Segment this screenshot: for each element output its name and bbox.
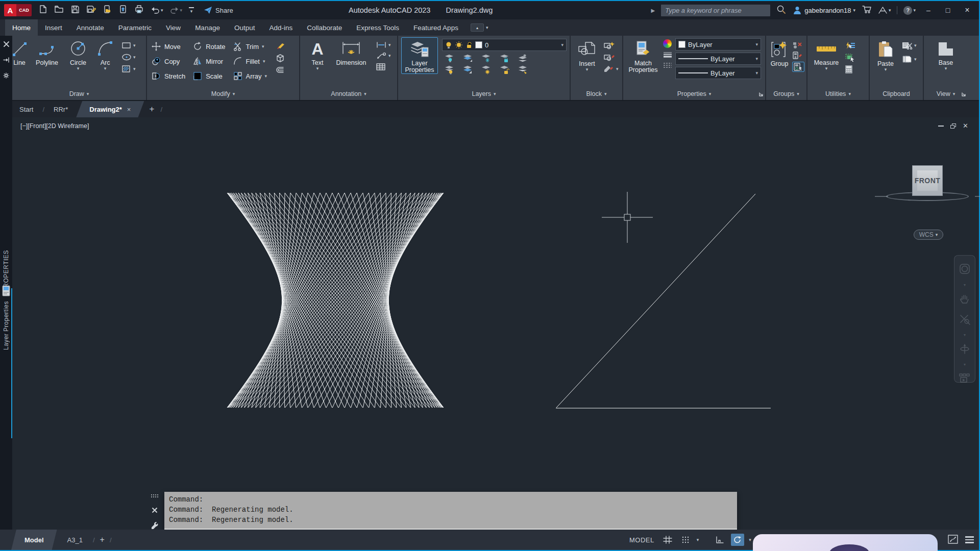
quick-select-button[interactable] (844, 41, 855, 49)
redo-button[interactable]: ▾ (170, 6, 183, 14)
leader-caret-icon[interactable]: ▾ (388, 54, 391, 58)
linetype-icon[interactable] (663, 62, 672, 69)
save-to-web-icon[interactable] (118, 5, 128, 16)
mirror-button[interactable]: Mirror (192, 55, 225, 67)
insert-caret-icon[interactable]: ▾ (586, 67, 589, 72)
arc-button[interactable]: Arc ▾ (93, 37, 117, 71)
group-edit-button[interactable] (792, 52, 804, 59)
model-tab[interactable]: Model (11, 530, 57, 550)
viewport-restore-icon[interactable] (950, 123, 956, 129)
save-as-icon[interactable] (86, 5, 96, 16)
linetype-dropdown[interactable]: ByLayer ▾ (675, 67, 761, 79)
ribbon-tab-featured-apps[interactable]: Featured Apps (406, 19, 465, 36)
copy-clip-button[interactable]: ▾ (901, 55, 917, 64)
model-space-canvas[interactable] (0, 117, 979, 530)
layer-isolate-button[interactable] (462, 54, 474, 63)
open-from-web-icon[interactable] (103, 5, 112, 16)
viewcube-front-face[interactable]: FRONT (912, 165, 943, 196)
stretch-button[interactable]: Stretch (151, 70, 185, 82)
dimension-button[interactable]: Dimension (331, 37, 372, 67)
search-expand-icon[interactable]: ▶ (651, 8, 655, 13)
window-minimize-button[interactable]: – (922, 6, 935, 14)
fullscreen-icon[interactable] (948, 535, 958, 545)
help-button[interactable]: ? ▾ (903, 6, 916, 15)
layer-properties-button[interactable]: Layer Properties (401, 37, 438, 74)
ribbon-tab-collaborate[interactable]: Collaborate (300, 19, 349, 36)
doc-tab-close-icon[interactable]: × (127, 106, 131, 113)
text-caret-icon[interactable]: ▾ (316, 66, 319, 71)
lineweight-icon[interactable] (663, 52, 672, 59)
copyclip-caret-icon[interactable]: ▾ (914, 57, 917, 62)
wcs-menu[interactable]: WCS ▾ (914, 230, 943, 240)
hatch-button[interactable]: ▾ (121, 65, 136, 73)
rotate-button[interactable]: Rotate (192, 40, 225, 53)
circle-button[interactable]: Circle ▾ (63, 37, 93, 71)
autocad-logo[interactable]: A CAD (4, 4, 32, 16)
attributes-caret-icon[interactable]: ▾ (616, 67, 619, 71)
layer-freeze-button[interactable] (481, 54, 492, 63)
copy-button[interactable]: Copy (151, 55, 185, 67)
ellipse-caret-icon[interactable]: ▾ (133, 55, 136, 60)
panel-label-modify[interactable]: Modify ▾ (147, 88, 299, 100)
share-button[interactable]: Share (204, 6, 233, 14)
edit-block-button[interactable] (603, 53, 619, 61)
circle-caret-icon[interactable]: ▾ (77, 66, 80, 71)
arc-caret-icon[interactable]: ▾ (104, 66, 107, 71)
layer-state-button[interactable] (518, 65, 529, 74)
undo-caret-icon[interactable]: ▾ (161, 8, 163, 13)
new-layout-button[interactable]: + (95, 530, 110, 550)
ribbon-tab-home[interactable]: Home (5, 19, 38, 36)
orbit-caret-icon[interactable]: ▾ (964, 364, 966, 366)
panel-label-properties[interactable]: Properties ▾ (623, 88, 765, 100)
measure-caret-icon[interactable]: ▾ (825, 66, 828, 71)
orbit-icon[interactable] (959, 343, 970, 357)
zoom-caret-icon[interactable]: ▾ (964, 334, 966, 336)
color-wheel-icon[interactable] (663, 39, 672, 48)
new-file-icon[interactable] (38, 5, 47, 16)
panel-label-clipboard[interactable]: Clipboard (870, 88, 923, 100)
ribbon-tab-parametric[interactable]: Parametric (111, 19, 159, 36)
doc-tab-rrr[interactable]: RRr* (45, 101, 76, 117)
create-block-button[interactable] (603, 41, 619, 49)
undo-button[interactable]: ▾ (151, 6, 163, 14)
ribbon-tab-addins[interactable]: Add-ins (262, 19, 300, 36)
pan-hand-icon[interactable] (959, 293, 970, 307)
panel-label-layers[interactable]: Layers ▾ (398, 88, 570, 100)
ribbon-tab-annotate[interactable]: Annotate (69, 19, 111, 36)
viewport-minimize-icon[interactable] (938, 126, 944, 127)
user-account-button[interactable]: gabebrandon18 ▾ (792, 5, 855, 15)
grid-toggle[interactable] (661, 534, 674, 546)
color-dropdown-caret-icon[interactable]: ▾ (755, 42, 758, 47)
array-button[interactable]: Array▾ (233, 70, 267, 82)
command-close-icon[interactable] (152, 506, 158, 515)
measure-button[interactable]: Measure ▾ (811, 37, 842, 71)
object-color-dropdown[interactable]: ByLayer ▾ (675, 38, 761, 51)
move-button[interactable]: Move (151, 40, 185, 53)
showmotion-icon[interactable] (959, 373, 971, 386)
ribbon-tab-express-tools[interactable]: Express Tools (349, 19, 406, 36)
viewport-controls-label[interactable]: [−][Front][2D Wireframe] (20, 122, 89, 130)
fillet-button[interactable]: Fillet▾ (233, 55, 267, 67)
panel-label-utilities[interactable]: Utilities ▾ (807, 88, 869, 100)
panel-label-draw[interactable]: Draw ▾ (12, 88, 146, 100)
hatch-caret-icon[interactable]: ▾ (133, 67, 136, 71)
save-icon[interactable] (70, 5, 80, 16)
viewport-close-icon[interactable]: ✕ (963, 123, 968, 129)
dimlinear-caret-icon[interactable]: ▾ (388, 43, 391, 47)
model-space-indicator[interactable]: MODEL (629, 536, 654, 544)
group-selection-toggle[interactable] (792, 62, 804, 72)
search-icon[interactable] (776, 5, 786, 16)
layer-on-off-button[interactable] (444, 65, 455, 74)
group-button[interactable]: Group (768, 37, 791, 68)
ribbon-tab-view[interactable]: View (159, 19, 188, 36)
ribbon-collapse-icon[interactable]: ▴ (471, 23, 484, 32)
base-button[interactable]: Base ▾ (932, 37, 960, 71)
text-button[interactable]: A Text ▾ (304, 37, 331, 71)
paste-button[interactable]: Paste ▾ (873, 37, 898, 72)
snap-caret-icon[interactable]: ▾ (697, 538, 699, 542)
polyline-button[interactable]: Polyline (31, 37, 63, 67)
layer-unlock-button[interactable] (499, 65, 510, 74)
zoom-extents-icon[interactable] (959, 314, 970, 327)
new-drawing-button[interactable]: + (144, 101, 159, 117)
layer-select-dropdown[interactable]: 0 ▾ (442, 39, 567, 51)
